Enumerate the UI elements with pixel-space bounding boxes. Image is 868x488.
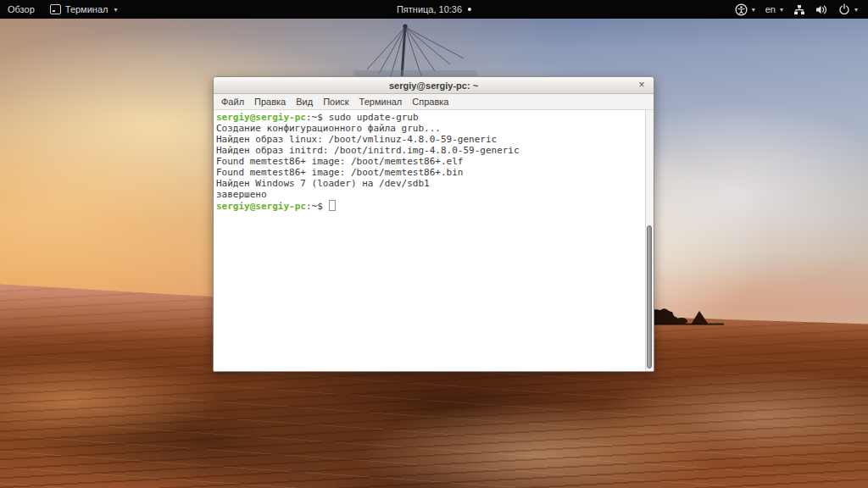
command-text: sudo update-grub bbox=[329, 112, 419, 123]
terminal-app-icon bbox=[50, 4, 61, 14]
wallpaper-boat-mast bbox=[352, 19, 479, 81]
window-title: sergiy@sergiy-pc: ~ bbox=[389, 80, 478, 91]
terminal-output-line: Found memtest86+ image: /boot/memtest86+… bbox=[216, 156, 643, 167]
window-menubar: Файл Правка Вид Поиск Терминал Справка bbox=[214, 94, 654, 110]
terminal-window: sergiy@sergiy-pc: ~ × Файл Правка Вид По… bbox=[213, 76, 654, 372]
prompt-tail: :~$ bbox=[306, 201, 323, 212]
chevron-down-icon: ▾ bbox=[114, 6, 117, 14]
terminal-output-line: Найден Windows 7 (loader) на /dev/sdb1 bbox=[216, 178, 643, 189]
chevron-down-icon: ▾ bbox=[780, 6, 783, 14]
prompt-user-host: sergiy@sergiy-pc bbox=[216, 112, 306, 123]
app-menu-button[interactable]: Терминал ▾ bbox=[42, 0, 125, 19]
power-icon bbox=[838, 3, 850, 15]
volume-icon bbox=[815, 4, 828, 15]
terminal-line-command: sergiy@sergiy-pc:~$sudo update-grub bbox=[216, 112, 643, 123]
menu-search[interactable]: Поиск bbox=[318, 97, 353, 107]
terminal-output-line: завершено bbox=[216, 189, 643, 200]
terminal-scrollbar[interactable] bbox=[645, 110, 654, 371]
scrollbar-thumb[interactable] bbox=[647, 225, 652, 369]
window-titlebar[interactable]: sergiy@sergiy-pc: ~ × bbox=[214, 77, 654, 94]
clock-label: Пятница, 10:36 bbox=[397, 4, 462, 14]
power-menu-button[interactable]: ▾ bbox=[833, 0, 863, 19]
chevron-down-icon: ▾ bbox=[854, 6, 858, 14]
wired-network-icon bbox=[793, 4, 805, 15]
chevron-down-icon: ▾ bbox=[752, 6, 755, 14]
menu-file[interactable]: Файл bbox=[216, 97, 249, 107]
terminal-output-line: Найден образ linux: /boot/vmlinuz-4.8.0-… bbox=[216, 134, 643, 145]
network-status-button[interactable] bbox=[788, 0, 810, 19]
accessibility-icon bbox=[735, 3, 748, 16]
keyboard-layout-button[interactable]: en ▾ bbox=[760, 0, 788, 19]
status-area: ▾ en ▾ ▾ bbox=[730, 0, 868, 19]
wallpaper-island-silhouette bbox=[643, 302, 727, 332]
accessibility-menu-button[interactable]: ▾ bbox=[730, 0, 760, 19]
menu-view[interactable]: Вид bbox=[291, 97, 318, 107]
terminal-content[interactable]: sergiy@sergiy-pc:~$sudo update-grub Созд… bbox=[214, 110, 654, 371]
terminal-output-line: Found memtest86+ image: /boot/memtest86+… bbox=[216, 167, 643, 178]
close-button[interactable]: × bbox=[635, 78, 648, 92]
volume-button[interactable] bbox=[810, 0, 833, 19]
menu-edit[interactable]: Правка bbox=[249, 97, 291, 107]
notification-dot bbox=[468, 8, 471, 11]
top-bar: Обзор Терминал ▾ Пятница, 10:36 ▾ en ▾ bbox=[0, 0, 868, 19]
app-menu-label: Терминал bbox=[65, 4, 108, 14]
terminal-cursor bbox=[329, 200, 336, 211]
activities-label: Обзор bbox=[8, 4, 35, 14]
menu-terminal[interactable]: Терминал bbox=[354, 97, 408, 107]
clock-button[interactable]: Пятница, 10:36 bbox=[390, 0, 478, 19]
terminal-output-line: Найден образ initrd: /boot/initrd.img-4.… bbox=[216, 145, 643, 156]
keyboard-layout-label: en bbox=[765, 4, 776, 14]
prompt-user-host: sergiy@sergiy-pc bbox=[216, 201, 306, 212]
activities-button[interactable]: Обзор bbox=[0, 0, 42, 19]
terminal-line-prompt: sergiy@sergiy-pc:~$ bbox=[216, 200, 643, 212]
terminal-output-line: Создание конфигурационного файла grub... bbox=[216, 123, 643, 134]
menu-help[interactable]: Справка bbox=[407, 97, 453, 107]
prompt-tail: :~$ bbox=[306, 112, 323, 123]
